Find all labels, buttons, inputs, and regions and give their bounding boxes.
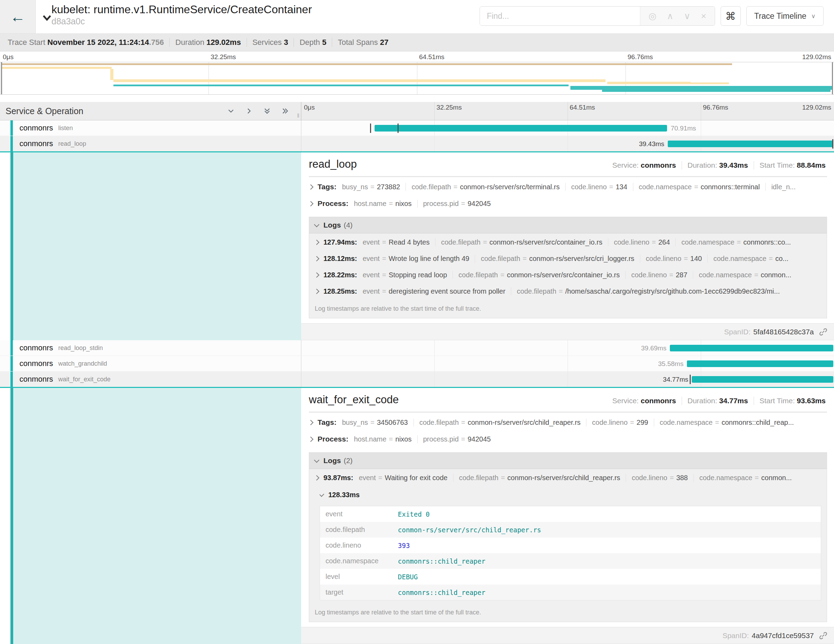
span-row-read-loop-stdin[interactable]: conmonrsread_loop_stdin 39.69ms [0,340,834,356]
summary-item: Trace Start November 15 2022, 11:24:14.7… [2,38,170,47]
tag-field: code.lineno=134 [565,183,627,191]
log-entry[interactable]: 127.94ms: event=Read 4 bytescode.filepat… [309,233,827,250]
detail-gutter-fill [13,152,301,340]
tag-fields: busy_ns=34506763code.filepath=conmon-rs/… [342,419,794,427]
logs-header[interactable]: Logs (4) [309,217,827,233]
span-detail-wait-for-exit-code: wait_for_exit_code Service: conmonrsDura… [0,388,834,644]
deep-link-icon[interactable] [819,327,828,337]
tag-field: busy_ns=34506763 [342,419,407,427]
logs-header[interactable]: Logs (2) [309,453,827,469]
logs-section: Logs (2) 93.87ms: event=Waiting for exit… [309,452,827,622]
tags-row[interactable]: Tags: busy_ns=273882code.filepath=conmon… [309,178,827,195]
time-tick-label: 0μs [3,53,14,61]
service-color-accent [10,372,13,387]
deep-link-icon[interactable] [819,631,828,640]
summary-item: Total Spans 27 [332,38,394,47]
timeline-minimap[interactable] [0,62,834,95]
time-tick-label: 0μs [304,104,315,111]
find-box: ◎ ∧ ∨ × [480,6,715,26]
tags-label: Tags: [318,183,336,191]
collapse-one-icon[interactable] [227,107,235,115]
span-bar[interactable] [687,361,833,367]
keyboard-shortcuts-button[interactable]: ⌘ [721,6,741,26]
span-timeline-cell[interactable]: 35.58ms [301,356,834,371]
trace-view-selector[interactable]: Trace Timeline ∨ [746,6,824,26]
back-button[interactable]: ← [0,0,36,33]
summary-item: Depth 5 [294,38,332,47]
span-detail-title: read_loop [309,158,357,170]
span-timeline-cell[interactable]: 39.69ms [301,340,834,356]
span-timeline-cell[interactable]: 70.91ms [301,120,834,136]
log-fields: event=deregistering event source from po… [363,287,780,295]
log-entry[interactable]: 128.22ms: event=Stopping read loopcode.f… [309,266,827,283]
minimap-left-handle[interactable] [1,62,2,94]
chevron-right-icon [309,201,314,206]
prev-match-icon[interactable]: ∧ [667,11,673,21]
next-match-icon[interactable]: ∨ [684,11,690,21]
chevron-right-icon [309,436,314,442]
field-value: DEBUG [393,573,418,581]
chevron-down-icon [314,457,320,463]
log-field: code.filepath=conmon-rs/server/src/cri_l… [475,255,634,263]
collapse-all-icon[interactable] [263,107,271,115]
log-field: code.filepath=/home/sascha/.cargo/regist… [511,287,780,295]
chevron-right-icon [314,256,320,262]
span-duration-label: 70.91ms [671,120,696,136]
log-entry[interactable]: 93.87ms: event=Waiting for exit codecode… [309,469,827,485]
trace-collapse-chevron-icon[interactable] [41,12,53,24]
minimap-right-handle[interactable] [832,62,833,94]
span-meta-item: Start Time: 93.63ms [754,396,827,405]
minimap-span-bar [2,67,112,69]
minimap-span-bar [689,83,729,84]
chevron-down-icon: ∨ [811,13,816,20]
field-value: conmon-rs/server/src/child_reaper.rs [393,526,541,534]
span-detail-panel: wait_for_exit_code Service: conmonrsDura… [301,388,834,644]
span-duration-label: 35.58ms [658,356,684,372]
span-row-watch-grandchild[interactable]: conmonrswatch_grandchild 35.58ms [0,356,834,372]
expand-one-icon[interactable] [245,107,253,115]
span-timeline-cell[interactable]: 39.43ms [301,136,834,151]
span-bar[interactable] [692,376,834,383]
column-resize-handle[interactable]: ‖ [297,112,299,119]
process-field: host.name=nixos [354,200,412,208]
span-bar[interactable] [670,345,833,351]
span-meta-item: Start Time: 88.84ms [754,161,827,170]
expanded-log-header[interactable]: 128.33ms [320,486,821,502]
minimap-span-bar [571,86,832,90]
span-bar[interactable] [668,141,833,147]
log-entry[interactable]: 128.25ms: event=deregistering event sour… [309,283,827,299]
focus-match-icon[interactable]: ◎ [649,11,657,21]
tag-field: busy_ns=273882 [342,183,400,191]
log-marker-tick [370,123,371,133]
process-row[interactable]: Process: host.name=nixosprocess.pid=9420… [309,195,827,212]
command-icon: ⌘ [726,10,736,22]
span-bar[interactable] [375,125,667,131]
operation-name: wait_for_exit_code [58,376,111,383]
span-meta: Service: conmonrsDuration: 34.77msStart … [607,396,827,405]
service-color-accent [10,356,13,371]
find-input[interactable] [480,6,640,25]
clear-search-icon[interactable]: × [701,11,706,21]
log-field: code.namespace=conmon... [693,474,792,482]
field-value: conmonrs::child_reaper [393,589,485,596]
span-row-listen[interactable]: conmonrslisten 70.91ms [0,120,834,136]
span-name-cell: conmonrswatch_grandchild [0,356,301,371]
log-field-row: code.filepathconmon-rs/server/src/child_… [320,522,821,537]
tags-row[interactable]: Tags: busy_ns=34506763code.filepath=conm… [309,414,827,431]
process-row[interactable]: Process: host.name=nixosprocess.pid=9420… [309,431,827,447]
expand-all-icon[interactable] [281,107,289,115]
log-entry[interactable]: 128.12ms: event=Wrote log line of length… [309,250,827,266]
span-timeline-cell[interactable]: 34.77ms [301,372,834,387]
time-tick-label: 96.76ms [703,104,728,111]
log-entries: 127.94ms: event=Read 4 bytescode.filepat… [309,233,827,299]
log-field: code.filepath=conmon-rs/server/src/child… [453,474,621,482]
log-field: code.lineno=388 [626,474,688,482]
span-row-wait-for-exit-code[interactable]: conmonrswait_for_exit_code 34.77ms [0,372,834,388]
service-color-accent [10,120,13,136]
log-timestamp: 128.22ms: [323,271,357,279]
span-tree-guide [10,152,13,340]
span-row-read-loop[interactable]: conmonrsread_loop 39.43ms [0,136,834,152]
span-meta-item: Service: conmonrs [607,161,682,170]
logs-footnote: Log timestamps are relative to the start… [309,603,827,622]
time-tick-label: 64.51ms [570,104,595,111]
